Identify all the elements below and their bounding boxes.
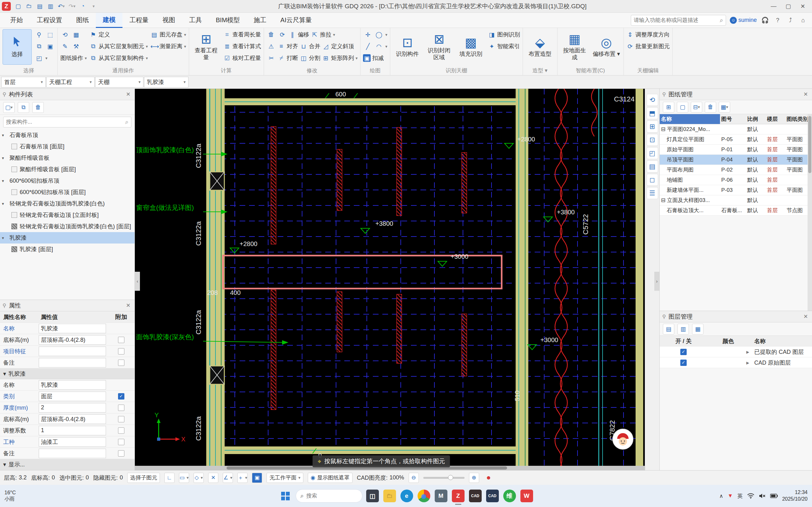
clock[interactable]: 12:34 2025/10/20 — [782, 489, 808, 503]
rect-mode-icon[interactable]: ▭▾ — [179, 473, 189, 483]
component-combo[interactable]: 乳胶漆▾ — [144, 77, 189, 88]
prop-value-field[interactable]: 2 — [39, 403, 106, 412]
define-slope-button[interactable]: ◿定义斜顶 — [322, 41, 354, 52]
undo-icon[interactable]: ↶▾ — [56, 2, 66, 11]
close-icon[interactable]: ✕ — [802, 91, 809, 98]
measure-distance-button[interactable]: ⟷测量距离▾ — [150, 41, 186, 52]
fill-recognize-button[interactable]: ▩ 填充识别 — [456, 29, 486, 65]
tree-item[interactable]: ▾石膏板吊顶 — [0, 129, 135, 141]
collapse-left-arrow[interactable]: ‹ — [135, 272, 140, 291]
tree-item[interactable]: 乳胶漆 [面层] — [0, 243, 135, 255]
layer-row[interactable]: ▸ 已提取的 CAD 图层 — [660, 347, 812, 357]
copy-from-layer-component-button[interactable]: ⧉从其它层复制构件▾ — [90, 53, 148, 63]
trim-icon[interactable]: ✂ — [266, 53, 276, 63]
split-sheet-button[interactable]: ⊟▾ — [691, 102, 702, 113]
circle-icon[interactable]: ◯ — [374, 30, 384, 39]
maximize-button[interactable]: ▢ — [781, 1, 796, 12]
sheet-row[interactable]: 新建墙体平面...P-03默认首层平面图 — [660, 185, 812, 195]
prop-checkbox[interactable] — [118, 348, 124, 354]
cad-app-button[interactable]: CAD — [468, 489, 482, 503]
component-search-input[interactable] — [6, 119, 125, 125]
glodon-app-button[interactable]: Z — [451, 489, 465, 503]
prop-checkbox[interactable] — [118, 416, 124, 422]
tree-item[interactable]: 600*600铝扣板吊顶 [面层] — [0, 186, 135, 198]
user-account[interactable]: ☺ sumine — [730, 17, 757, 24]
task-view-button[interactable]: ◫ — [365, 489, 379, 503]
angle-snap-icon[interactable]: ∠▾ — [223, 473, 233, 483]
sheet-restore-icon[interactable]: ⟲ — [60, 30, 70, 39]
snap-3d-icon[interactable]: ◇▾ — [194, 473, 204, 483]
check-quantity-button[interactable]: ☑核对工程量 — [223, 53, 261, 63]
prop-checkbox[interactable] — [118, 359, 124, 366]
recognize-closed-region-button[interactable]: ⊠ 识别封闭区域 — [424, 29, 454, 65]
point-snap-icon[interactable]: ＋▾ — [237, 473, 248, 483]
tree-item[interactable]: 聚酯纤维吸音板 [面层] — [0, 164, 135, 175]
open-folder-icon[interactable]: 🗀 — [24, 2, 34, 11]
view-3d-icon[interactable]: ⬒ — [647, 107, 658, 119]
zoom-extent-icon[interactable]: ⊡ — [647, 134, 658, 146]
add-sheet-button[interactable]: ⊞ — [663, 102, 674, 113]
batch-update-button[interactable]: ⟳批量更新图元 — [626, 41, 670, 52]
tab-ai-cloud[interactable]: AI云尺算量 — [273, 13, 319, 28]
wifi-icon[interactable] — [747, 493, 754, 499]
prop-group-row[interactable]: ▾乳胶漆 — [0, 369, 135, 379]
volume-muted-icon[interactable] — [759, 493, 766, 499]
drawing-mask-toggle[interactable]: ◉显示图纸遮罩 — [308, 473, 353, 483]
tab-tools[interactable]: 工具 — [182, 13, 209, 28]
clear-snap-icon[interactable]: ✕ — [208, 473, 218, 483]
cad-viewer-button[interactable]: CAD — [486, 489, 500, 503]
prop-value-field[interactable]: 乳胶漆 — [39, 324, 106, 333]
prop-checkbox[interactable] — [118, 337, 124, 343]
delete-component-button[interactable]: 🗑 — [32, 102, 44, 113]
close-icon[interactable]: ✕ — [124, 302, 132, 309]
prop-checkbox[interactable] — [118, 428, 124, 434]
new-component-button[interactable]: ▢▾ — [3, 102, 15, 113]
sheet-ops-button[interactable]: 图纸操作▾ — [60, 53, 87, 63]
batch-select-icon[interactable]: ⧉ — [34, 42, 44, 51]
start-button[interactable] — [278, 489, 293, 503]
arc-icon[interactable]: ◠ — [374, 42, 384, 51]
sheet-row[interactable]: 石膏板边顶大...石膏板...默认首层节点图 — [660, 206, 812, 216]
sheet-row[interactable]: ⊟ 平面图0224_Mo...默认 — [660, 124, 812, 134]
prop-value-field[interactable]: 油漆工 — [39, 437, 106, 447]
pushpull-button[interactable]: ⇱推拉▾ — [311, 29, 336, 40]
collapse-right-arrow[interactable]: › — [654, 272, 659, 291]
prop-value-field[interactable]: 乳胶漆 — [39, 380, 106, 390]
layer-off-button[interactable]: ▦ — [692, 324, 704, 335]
point-icon[interactable]: ✛ — [363, 30, 372, 39]
prop-checkbox[interactable] — [118, 439, 124, 445]
tab-modeling[interactable]: 建模 — [96, 13, 122, 28]
generate-by-floor-button[interactable]: ▦ 按地面生成 — [560, 29, 589, 65]
pin-icon[interactable]: ⚲ — [662, 314, 666, 320]
close-button[interactable]: ✕ — [796, 1, 810, 12]
tray-red-app-icon[interactable]: ▼ — [727, 493, 733, 499]
sheet-view-icon[interactable]: ⊞ — [647, 120, 658, 132]
weather-widget[interactable]: 16°C 小雨 — [4, 490, 16, 502]
place-shape-button[interactable]: ⬙ 布置造型 — [525, 29, 555, 65]
view-perimeter-button[interactable]: ⌗查看周长量 — [223, 29, 261, 40]
select-mode-icon[interactable]: ◰ — [34, 53, 44, 63]
prop-value-field[interactable] — [39, 449, 106, 458]
copy-component-button[interactable]: ⧉ — [18, 102, 29, 113]
copy-from-layer-element-button[interactable]: ⧉从其它层复制图元▾ — [90, 41, 148, 52]
offset-place-button[interactable]: ◎ 偏移布置 ▾ — [592, 29, 621, 65]
sheet-table-icon[interactable]: ▦ — [71, 30, 81, 39]
restore-icon[interactable]: ⟳ — [277, 30, 287, 39]
qat-more-icon[interactable]: ▾ — [89, 2, 98, 11]
smart-index-button[interactable]: ✦智能索引 — [488, 41, 520, 52]
prop-value-field[interactable]: 层顶标高-0.4(2.8) — [39, 414, 106, 424]
sheet-row[interactable]: 地铺图P-06默认首层 — [660, 175, 812, 185]
tab-quantities[interactable]: 工程量 — [122, 13, 155, 28]
headset-icon[interactable]: 🎧 — [761, 16, 769, 24]
prop-checkbox[interactable] — [118, 405, 124, 411]
tree-item[interactable]: 轻钢龙骨石膏板边顶 [立面封板] — [0, 209, 135, 221]
redo-icon[interactable]: ↷▾ — [67, 2, 77, 11]
rect-array-button[interactable]: ⊞矩形阵列▾ — [322, 53, 358, 63]
sheet-edit-icon[interactable]: ✎ — [60, 42, 70, 51]
tree-item[interactable]: 轻钢龙骨石膏板边顶面饰乳胶漆(白色) [面层] — [0, 221, 135, 232]
close-icon[interactable]: ✕ — [802, 313, 809, 320]
layer-row[interactable]: ▸ CAD 原始图层 — [660, 357, 812, 368]
compass-icon[interactable]: ◔ — [78, 2, 88, 11]
layer-expand-arrow[interactable]: ▸ — [707, 359, 752, 366]
adjust-thickness-button[interactable]: ⇕调整厚度方向 — [626, 29, 670, 40]
